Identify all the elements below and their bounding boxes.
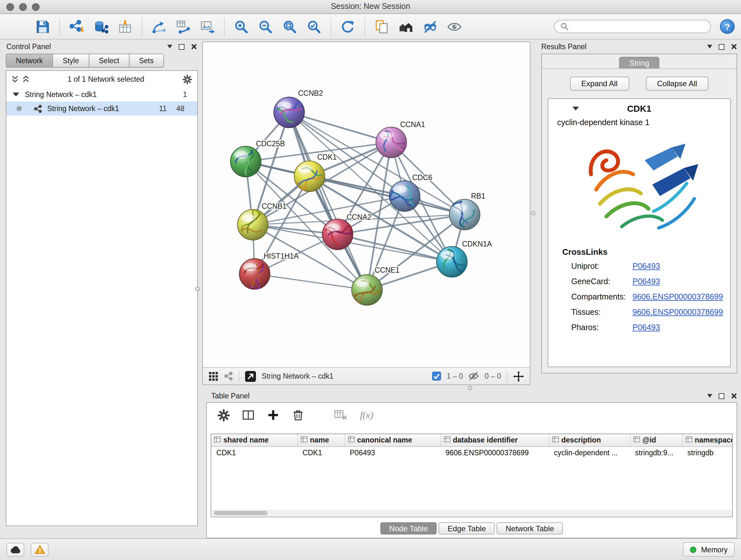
collapse-all-chevron-icon[interactable] [11, 75, 18, 83]
detach-view-button[interactable] [245, 371, 256, 381]
zoom-selected-button[interactable] [302, 16, 326, 37]
tab-select[interactable]: Select [89, 54, 130, 68]
import-network-from-file-button[interactable] [64, 16, 89, 37]
maximize-panel-button[interactable] [719, 44, 724, 50]
column-header-5[interactable]: @id [630, 434, 682, 446]
network-collection-row[interactable]: String Network – cdk1 1 [6, 87, 197, 102]
eye-button[interactable] [442, 16, 467, 37]
node-cdkn1a[interactable] [436, 246, 467, 277]
expand-all-chevron-icon[interactable] [22, 75, 29, 83]
tab-edge-table[interactable]: Edge Table [439, 522, 495, 535]
node-ccnb1[interactable] [237, 208, 268, 240]
double-house-button[interactable] [394, 16, 418, 37]
close-panel-button[interactable] [191, 44, 197, 50]
table-cell[interactable]: P06493 [345, 446, 441, 459]
close-panel-button[interactable] [731, 393, 737, 399]
network-share-view-icon[interactable] [224, 372, 233, 381]
table-cell[interactable]: stringdb [682, 446, 733, 459]
float-panel-button[interactable] [707, 394, 712, 398]
import-network-from-database-button[interactable] [89, 16, 113, 37]
add-column-plus-icon[interactable] [267, 409, 280, 422]
splitter-handle-bottom[interactable] [468, 386, 472, 390]
column-header-4[interactable]: description [549, 434, 630, 446]
tab-sets[interactable]: Sets [129, 54, 164, 68]
save-session-button[interactable] [30, 16, 55, 37]
network-options-gear-icon[interactable] [183, 74, 192, 84]
column-header-0[interactable]: shared name [211, 434, 297, 446]
help-button[interactable]: ? [720, 19, 735, 34]
crosshair-icon[interactable] [513, 371, 524, 381]
search-input[interactable] [572, 23, 704, 30]
table-cell[interactable]: 9606.ENSP00000378699 [441, 446, 549, 459]
network-from-table-button[interactable] [171, 16, 195, 37]
tab-node-table[interactable]: Node Table [381, 522, 437, 535]
zoom-fit-content-button[interactable] [278, 16, 302, 37]
column-label: shared name [223, 436, 269, 444]
node-cdk1[interactable] [294, 161, 325, 192]
document-copy-button[interactable] [369, 16, 394, 37]
cloud-status-button[interactable] [6, 543, 24, 557]
selected-nodes-checkbox[interactable] [432, 372, 441, 381]
glasses-slash-button[interactable] [418, 16, 442, 37]
node-ccne1[interactable] [352, 274, 382, 305]
node-cdc25b[interactable] [230, 146, 261, 178]
crosslink-link[interactable]: P06493 [632, 323, 660, 332]
collection-expand-caret[interactable] [13, 92, 19, 97]
memory-button[interactable]: Memory [683, 542, 735, 557]
collapse-all-button[interactable]: Collapse All [646, 77, 709, 91]
hidden-eye-slash-icon[interactable] [469, 372, 479, 381]
edge-hist1h1a-ccne1[interactable] [255, 274, 367, 290]
close-panel-button[interactable] [731, 44, 737, 50]
protein-section-header[interactable]: CDK1 [548, 99, 730, 118]
column-header-2[interactable]: canonical name [345, 434, 441, 446]
crosslink-link[interactable]: P06493 [632, 277, 660, 286]
protein-section-caret[interactable] [572, 107, 579, 111]
column-header-6[interactable]: namespace [682, 434, 733, 446]
table-cell[interactable]: cyclin-dependent ... [549, 446, 630, 459]
table-settings-gear-icon[interactable] [218, 409, 230, 421]
maximize-panel-button[interactable] [719, 393, 724, 399]
crosslink-link[interactable]: P06493 [632, 262, 660, 271]
function-builder-icon[interactable]: f(x) [360, 410, 374, 421]
scrollbar-thumb[interactable] [214, 510, 267, 515]
float-panel-button[interactable] [167, 45, 172, 49]
splitter-handle-left[interactable] [195, 287, 200, 291]
network-from-selection-button[interactable] [147, 16, 171, 37]
table-cell[interactable]: CDK1 [211, 446, 297, 459]
network-row-selected[interactable]: String Network – cdk1 11 48 [6, 102, 197, 116]
node-rb1[interactable] [449, 199, 480, 230]
import-table-from-file-button[interactable] [113, 16, 137, 37]
show-columns-icon[interactable] [242, 409, 255, 422]
column-header-1[interactable]: name [297, 434, 345, 446]
node-ccnb2[interactable] [274, 97, 305, 128]
maximize-panel-button[interactable] [179, 44, 185, 50]
tab-style[interactable]: Style [53, 54, 89, 68]
node-ccna2[interactable] [322, 219, 353, 250]
expand-all-button[interactable]: Expand All [570, 77, 629, 91]
open-session-button[interactable] [6, 16, 30, 37]
grid-view-icon[interactable] [209, 371, 218, 381]
column-header-3[interactable]: database identifier [441, 434, 549, 446]
tab-network-table[interactable]: Network Table [497, 522, 563, 535]
edge-ccnb2-ccne1[interactable] [289, 112, 367, 290]
export-image-button[interactable] [195, 16, 219, 37]
table-horizontal-scrollbar[interactable] [212, 509, 731, 516]
table-row[interactable]: CDK1CDK1P064939606.ENSP00000378699cyclin… [211, 446, 733, 459]
apply-layout-button[interactable] [336, 16, 360, 37]
table-cell[interactable]: CDK1 [297, 446, 345, 459]
tab-network[interactable]: Network [6, 54, 53, 68]
crosslink-link[interactable]: 9606.ENSP00000378699 [632, 308, 723, 317]
zoom-out-button[interactable] [253, 16, 278, 37]
zoom-in-button[interactable] [229, 16, 253, 37]
float-panel-button[interactable] [707, 45, 712, 49]
tab-string[interactable]: String [619, 57, 660, 68]
delete-column-trash-icon[interactable] [292, 409, 305, 422]
delete-table-icon[interactable] [334, 409, 348, 422]
node-hist1h1a[interactable] [239, 259, 270, 291]
crosslink-link[interactable]: 9606.ENSP00000378699 [632, 293, 723, 301]
warning-status-button[interactable] [30, 543, 49, 557]
network-canvas[interactable]: CCNB2CCNA1CDC25BCDK1CDC6RB1CCNB1CCNA2CDK… [203, 42, 530, 367]
splitter-handle-right[interactable] [531, 211, 536, 215]
table-cell[interactable]: stringdb:9... [630, 446, 682, 459]
edge-ccnb2-ccna1[interactable] [289, 112, 391, 142]
